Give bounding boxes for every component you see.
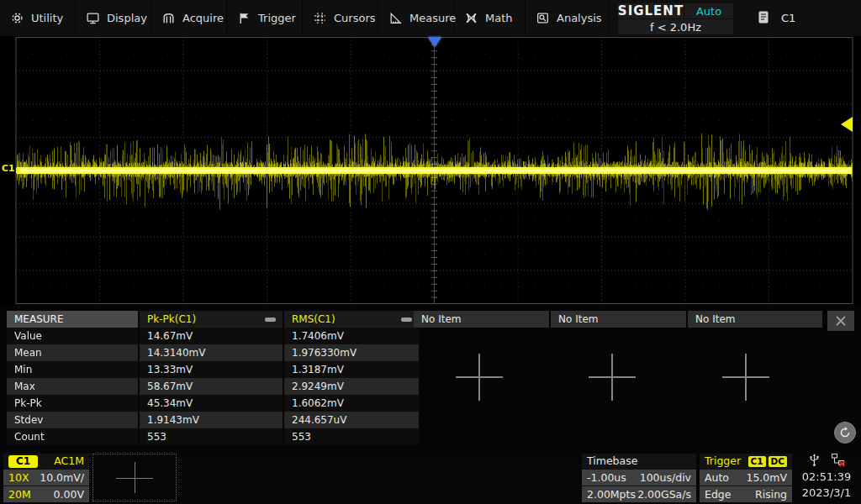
menu-acquire[interactable]: Acquire [151, 0, 227, 36]
brand-logo: SIGLENT [618, 3, 684, 18]
menu-trigger[interactable]: Trigger [227, 0, 303, 36]
row-label: Value [7, 328, 138, 344]
channel-offset-arrow-icon [16, 167, 20, 174]
row-value-pkpk: 1.9143mV [140, 412, 283, 428]
trigger-slope: Rising [755, 486, 787, 502]
measure-row-pkpk: Pk-Pk 45.34mV 1.6062mV [7, 395, 419, 412]
refresh-icon [838, 426, 852, 439]
channel-offset: 0.00V [54, 486, 84, 502]
channel-offset-label: C1 [2, 163, 15, 174]
frequency-counter: f < 2.0Hz [618, 19, 733, 34]
timebase-memory: 2.00Mpts [587, 486, 636, 502]
row-value-rms: 1.976330mV [284, 344, 419, 361]
row-value-rms: 244.657uV [284, 412, 419, 428]
system-status-area: 02:51:39 2023/3/1 [795, 453, 858, 501]
measure-column-empty-1[interactable]: No Item [414, 311, 549, 328]
trigger-title: Trigger [705, 454, 741, 469]
measure-column-empty-2[interactable]: No Item [551, 311, 686, 328]
measure-column-rms[interactable]: RMS(C1) [284, 311, 419, 328]
row-value-rms: 1.6062mV [284, 395, 419, 412]
trigger-position-marker[interactable] [428, 37, 441, 47]
timebase-title: Timebase [587, 454, 637, 469]
lan-disconnected-icon [831, 453, 846, 470]
menu-analysis[interactable]: Analysis [526, 0, 610, 36]
measure-icon [388, 11, 403, 25]
flag-icon [237, 11, 251, 25]
channel-bandwidth: 20M [8, 486, 31, 502]
row-value-pkpk: 13.33mV [140, 361, 283, 378]
channel-coupling: AC1M [54, 454, 84, 469]
row-value-pkpk: 14.3140mV [140, 344, 283, 361]
menu-bar: Utility Display Acquire Trigger [0, 0, 861, 36]
menu-cursors[interactable]: Cursors [303, 0, 378, 36]
usb-icon [808, 453, 821, 470]
row-value-rms: 1.7406mV [284, 328, 419, 344]
row-label: Stdev [7, 412, 138, 428]
row-value-pkpk: 14.67mV [140, 328, 283, 344]
message-channel-label: C1 [781, 12, 795, 24]
row-value-rms: 553 [284, 428, 419, 445]
timebase-delay: -1.00us [587, 470, 626, 486]
timebase-descriptor[interactable]: Timebase -1.00us 100us/div 2.00Mpts 2.00… [582, 454, 696, 501]
row-value-pkpk: 553 [140, 428, 283, 445]
row-value-pkpk: 58.67mV [140, 378, 283, 395]
trigger-mode: Auto [705, 470, 729, 486]
measure-row-value: Value 14.67mV 1.7406mV [7, 328, 419, 344]
measure-column-empty-3[interactable]: No Item [688, 311, 822, 328]
system-time: 02:51:39 [802, 469, 851, 485]
row-value-rms: 2.9249mV [284, 378, 419, 395]
waveform-display: C1 [0, 36, 861, 305]
menu-measure-label: Measure [409, 12, 456, 24]
trigger-level: 15.0mV [746, 470, 787, 486]
close-measure-button[interactable] [827, 311, 854, 331]
row-value-rms: 1.3187mV [284, 361, 419, 378]
remove-measure-pkpk-button[interactable] [265, 318, 276, 322]
add-channel-button[interactable] [92, 454, 177, 501]
trigger-coupling-badge: DC [769, 456, 787, 467]
menu-cursors-label: Cursors [334, 12, 376, 24]
system-date: 2023/3/1 [802, 485, 851, 501]
timebase-scale: 100us/div [640, 470, 691, 486]
measure-panel: MEASURE Pk-Pk(C1) RMS(C1) No Item No Ite… [0, 305, 861, 451]
row-label: Pk-Pk [7, 395, 138, 412]
remove-measure-rms-button[interactable] [401, 318, 412, 322]
waveform-trace[interactable] [0, 36, 861, 305]
trigger-type: Edge [705, 486, 731, 502]
channel-attenuation: 10X [8, 470, 29, 486]
menu-display[interactable]: Display [76, 0, 151, 36]
row-label: Min [7, 361, 138, 378]
add-measure-slot-3-button[interactable] [720, 351, 772, 403]
add-measure-slot-1-button[interactable] [453, 351, 505, 403]
acquire-icon [161, 11, 176, 25]
reset-statistics-button[interactable] [834, 422, 856, 444]
row-label: Mean [7, 344, 138, 361]
menu-math-label: Math [485, 12, 513, 24]
measure-row-mean: Mean 14.3140mV 1.976330mV [7, 344, 419, 361]
menu-utility[interactable]: Utility [0, 0, 76, 36]
trigger-descriptor[interactable]: Trigger C1 DC Auto 15.0mV Edge Rising [700, 454, 792, 501]
menu-measure[interactable]: Measure [378, 0, 454, 36]
message-indicator[interactable]: C1 [751, 0, 802, 36]
channel-descriptor-c1[interactable]: C1 AC1M 10X 10.0mV/ 20M 0.00V [3, 454, 89, 501]
analysis-icon [536, 11, 550, 25]
menu-math[interactable]: Math [454, 0, 526, 36]
close-icon [835, 315, 847, 327]
menu-analysis-label: Analysis [557, 12, 602, 24]
trigger-source-badge: C1 [748, 456, 766, 467]
add-measure-slot-2-button[interactable] [586, 351, 638, 403]
menu-acquire-label: Acquire [182, 12, 224, 24]
status-bar: C1 AC1M 10X 10.0mV/ 20M 0.00V Timebase -… [0, 451, 861, 504]
measure-row-count: Count 553 553 [7, 428, 419, 445]
math-icon [464, 11, 478, 25]
measure-column-pkpk[interactable]: Pk-Pk(C1) [140, 311, 283, 328]
document-icon [758, 10, 769, 27]
channel-offset-marker[interactable]: C1 [2, 163, 20, 174]
trigger-level-marker[interactable] [841, 117, 853, 132]
measure-row-stdev: Stdev 1.9143mV 244.657uV [7, 412, 419, 428]
row-label: Count [7, 428, 138, 445]
timebase-samplerate: 2.00GSa/s [637, 486, 691, 502]
gear-icon [10, 11, 24, 25]
measure-row-min: Min 13.33mV 1.3187mV [7, 361, 419, 378]
cursors-icon [313, 11, 327, 25]
channel-scale: 10.0mV/ [40, 470, 84, 486]
